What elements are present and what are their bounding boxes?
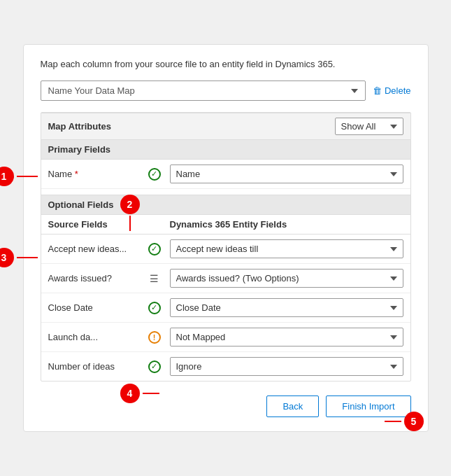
- source-field-1: Awards issued?: [48, 273, 139, 284]
- primary-entity-select[interactable]: Name: [170, 164, 403, 183]
- callout-3: 3: [0, 248, 14, 267]
- col-source-label: Source Fields: [48, 219, 139, 230]
- map-attributes-header: Map Attributes Show All Mapped Unmapped: [41, 113, 410, 140]
- source-field-0: Accept new ideas...: [48, 244, 139, 254]
- callout-1: 1: [0, 167, 14, 186]
- entity-select-3[interactable]: Not Mapped Ignore Close Date: [170, 328, 403, 346]
- finish-import-button[interactable]: Finish Import: [326, 396, 410, 417]
- doc-icon-1: ☰: [148, 272, 161, 285]
- optional-field-row-2: Close Date ✓ Close Date Not Mapped Ignor…: [41, 293, 410, 323]
- column-headers: Source Fields Dynamics 365 Entity Fields: [41, 215, 410, 234]
- field-icon-2: ✓: [146, 302, 163, 314]
- entity-select-2[interactable]: Close Date Not Mapped Ignore: [170, 298, 403, 317]
- callout-3-group: 3: [0, 248, 38, 267]
- entity-select-0[interactable]: Accept new ideas till Not Mapped Ignore: [170, 239, 403, 258]
- optional-field-row-3: Launch da... ! Not Mapped Ignore Close D…: [41, 323, 410, 352]
- primary-field-row-name: Name * ✓ Name: [41, 160, 410, 189]
- arrow-5: [385, 421, 401, 422]
- entity-select-4[interactable]: Ignore Not Mapped Close Date: [170, 357, 403, 376]
- map-attributes-label: Map Attributes: [48, 121, 112, 132]
- data-map-row: Name Your Data Map 🗑 Delete: [41, 80, 411, 101]
- source-field-3: Launch da...: [48, 332, 139, 342]
- description-text: Map each column from your source file to…: [41, 59, 411, 69]
- footer-buttons: Back Finish Import: [41, 396, 411, 417]
- show-all-select[interactable]: Show All Mapped Unmapped: [335, 118, 403, 135]
- col-entity-label: Dynamics 365 Entity Fields: [170, 219, 403, 230]
- source-field-2: Close Date: [48, 302, 139, 313]
- required-star: *: [75, 169, 78, 179]
- arrow-3: [17, 257, 38, 258]
- optional-fields-label: Optional Fields: [48, 200, 114, 210]
- warn-icon-3: !: [148, 331, 161, 344]
- field-icon-0: ✓: [146, 243, 163, 255]
- entity-select-1[interactable]: Awards issued? (Two Options) Not Mapped …: [170, 269, 403, 288]
- arrow-1: [17, 176, 38, 177]
- source-field-4: Number of ideas: [48, 361, 139, 372]
- optional-field-row-0: Accept new ideas... ✓ Accept new ideas t…: [41, 234, 410, 264]
- check-icon-4: ✓: [148, 360, 161, 373]
- field-icon-3: !: [146, 331, 163, 344]
- check-icon-0: ✓: [148, 243, 161, 255]
- primary-field-icon: ✓: [146, 168, 163, 181]
- optional-field-row-4: Number of ideas ✓ Ignore Not Mapped Clos…: [41, 352, 410, 381]
- check-icon-2: ✓: [148, 302, 161, 314]
- back-button[interactable]: Back: [266, 396, 319, 417]
- trash-icon: 🗑: [373, 85, 382, 96]
- callout-1-group: 1: [0, 167, 38, 186]
- primary-fields-label: Primary Fields: [48, 144, 111, 155]
- map-attributes-table: Map Attributes Show All Mapped Unmapped …: [41, 112, 411, 382]
- primary-source-field: Name *: [48, 169, 139, 179]
- data-map-select[interactable]: Name Your Data Map: [41, 80, 366, 101]
- optional-fields-header: Optional Fields: [41, 195, 410, 215]
- field-icon-1: ☰: [146, 272, 163, 285]
- field-icon-4: ✓: [146, 360, 163, 373]
- import-card: Map each column from your source file to…: [23, 44, 429, 432]
- check-icon: ✓: [148, 168, 161, 181]
- primary-fields-header: Primary Fields: [41, 140, 410, 160]
- delete-label: Delete: [385, 85, 411, 96]
- optional-field-row-1: Awards issued? ☰ Awards issued? (Two Opt…: [41, 264, 410, 293]
- delete-button[interactable]: 🗑 Delete: [373, 85, 411, 96]
- arrow-4: [143, 393, 159, 394]
